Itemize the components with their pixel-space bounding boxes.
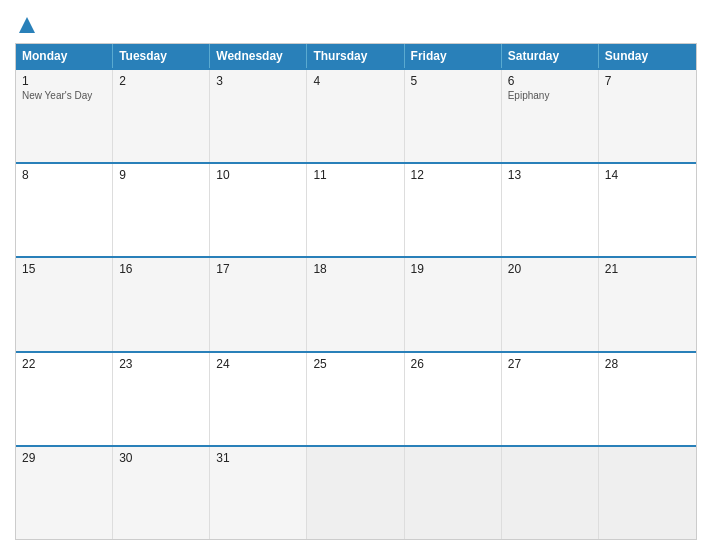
day-cell-3-4: 18 [307,258,404,350]
day-cell-4-5: 26 [405,353,502,445]
day-cell-1-2: 2 [113,70,210,162]
day-cell-2-4: 11 [307,164,404,256]
day-number: 2 [119,74,203,88]
day-number: 4 [313,74,397,88]
day-cell-3-7: 21 [599,258,696,350]
day-cell-5-5 [405,447,502,539]
day-cell-4-4: 25 [307,353,404,445]
day-number: 22 [22,357,106,371]
day-number: 18 [313,262,397,276]
day-number: 6 [508,74,592,88]
day-number: 1 [22,74,106,88]
week-row-3: 15161718192021 [16,256,696,350]
col-monday: Monday [16,44,113,68]
day-cell-1-7: 7 [599,70,696,162]
day-number: 24 [216,357,300,371]
header [15,15,697,35]
day-number: 27 [508,357,592,371]
day-cell-3-1: 15 [16,258,113,350]
svg-marker-0 [19,17,35,33]
day-number: 7 [605,74,690,88]
calendar-body: 1New Year's Day23456Epiphany789101112131… [16,68,696,539]
calendar-page: Monday Tuesday Wednesday Thursday Friday… [0,0,712,550]
day-number: 30 [119,451,203,465]
day-cell-3-6: 20 [502,258,599,350]
day-cell-5-4 [307,447,404,539]
day-number: 5 [411,74,495,88]
day-cell-1-1: 1New Year's Day [16,70,113,162]
day-event: New Year's Day [22,90,106,101]
col-sunday: Sunday [599,44,696,68]
day-cell-3-5: 19 [405,258,502,350]
day-number: 21 [605,262,690,276]
day-number: 26 [411,357,495,371]
day-cell-5-6 [502,447,599,539]
day-number: 15 [22,262,106,276]
day-cell-5-3: 31 [210,447,307,539]
week-row-1: 1New Year's Day23456Epiphany7 [16,68,696,162]
calendar-grid: Monday Tuesday Wednesday Thursday Friday… [15,43,697,540]
day-cell-5-1: 29 [16,447,113,539]
day-number: 13 [508,168,592,182]
day-cell-2-2: 9 [113,164,210,256]
col-friday: Friday [405,44,502,68]
day-cell-2-7: 14 [599,164,696,256]
day-cell-5-2: 30 [113,447,210,539]
day-cell-1-5: 5 [405,70,502,162]
day-cell-1-6: 6Epiphany [502,70,599,162]
day-number: 31 [216,451,300,465]
day-cell-4-1: 22 [16,353,113,445]
logo [15,15,37,35]
day-cell-5-7 [599,447,696,539]
col-tuesday: Tuesday [113,44,210,68]
day-number: 17 [216,262,300,276]
day-cell-1-3: 3 [210,70,307,162]
day-cell-2-3: 10 [210,164,307,256]
col-wednesday: Wednesday [210,44,307,68]
day-number: 3 [216,74,300,88]
day-number: 9 [119,168,203,182]
day-number: 23 [119,357,203,371]
day-cell-4-7: 28 [599,353,696,445]
day-cell-2-6: 13 [502,164,599,256]
day-number: 25 [313,357,397,371]
day-number: 20 [508,262,592,276]
day-number: 11 [313,168,397,182]
day-event: Epiphany [508,90,592,101]
week-row-2: 891011121314 [16,162,696,256]
calendar-header-row: Monday Tuesday Wednesday Thursday Friday… [16,44,696,68]
day-number: 12 [411,168,495,182]
day-number: 10 [216,168,300,182]
day-number: 19 [411,262,495,276]
col-thursday: Thursday [307,44,404,68]
week-row-5: 293031 [16,445,696,539]
week-row-4: 22232425262728 [16,351,696,445]
day-number: 29 [22,451,106,465]
day-cell-4-2: 23 [113,353,210,445]
col-saturday: Saturday [502,44,599,68]
day-number: 16 [119,262,203,276]
day-cell-3-3: 17 [210,258,307,350]
day-cell-2-5: 12 [405,164,502,256]
day-cell-4-3: 24 [210,353,307,445]
day-number: 14 [605,168,690,182]
day-cell-1-4: 4 [307,70,404,162]
day-number: 28 [605,357,690,371]
day-number: 8 [22,168,106,182]
day-cell-4-6: 27 [502,353,599,445]
logo-icon [17,15,37,35]
day-cell-3-2: 16 [113,258,210,350]
day-cell-2-1: 8 [16,164,113,256]
